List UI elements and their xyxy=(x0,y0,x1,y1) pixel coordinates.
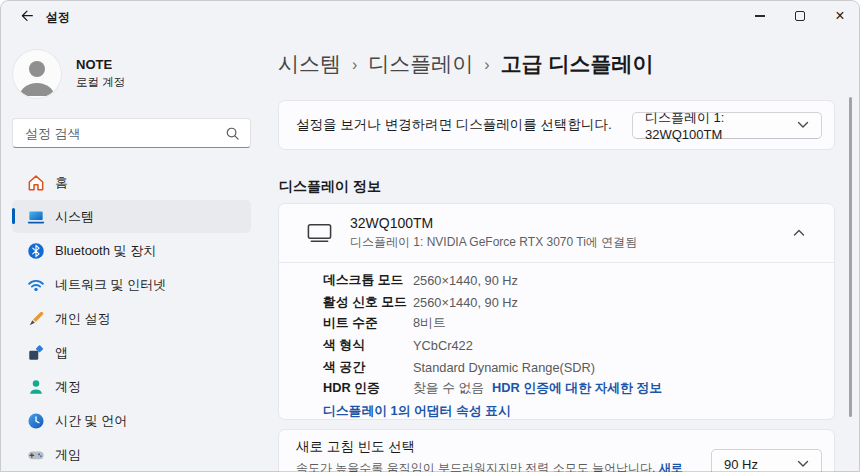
select-display-label: 설정을 보거나 변경하려면 디스플레이를 선택합니다. xyxy=(296,116,612,134)
search-box[interactable] xyxy=(12,118,251,148)
avatar xyxy=(13,50,61,98)
home-icon xyxy=(26,173,45,192)
close-icon: × xyxy=(835,8,844,24)
adapter-properties-link[interactable]: 디스플레이 1의 어댑터 속성 표시 xyxy=(323,403,511,420)
refresh-rate-value: 90 Hz xyxy=(724,457,758,472)
sidebar-item-label: 시스템 xyxy=(55,208,94,226)
display-name: 32WQ100TM xyxy=(350,215,637,231)
gamepad-icon xyxy=(26,445,45,464)
system-icon xyxy=(26,207,45,226)
sidebar: NOTE 로컬 계정 홈 xyxy=(0,32,260,472)
monitor-icon xyxy=(306,222,333,244)
wifi-icon xyxy=(26,275,45,294)
sidebar-item-system[interactable]: 시스템 xyxy=(12,200,251,233)
maximize-button[interactable] xyxy=(780,0,820,32)
breadcrumb-separator: › xyxy=(352,54,357,74)
hdr-certification-link[interactable]: HDR 인증에 대한 자세한 정보 xyxy=(492,380,662,397)
sidebar-item-label: 네트워크 및 인터넷 xyxy=(55,276,166,294)
display-info-card: 32WQ100TM 디스플레이 1: NVIDIA GeForce RTX 30… xyxy=(278,203,835,420)
display-info-section-title: 디스플레이 정보 xyxy=(279,178,381,196)
detail-row-bit-depth: 비트 수준 8비트 xyxy=(323,313,834,335)
sidebar-item-label: 개인 설정 xyxy=(55,310,111,328)
detail-row-active-signal-mode: 활성 신호 모드 2560×1440, 90 Hz xyxy=(323,292,834,314)
display-select-value: 디스플레이 1: 32WQ100TM xyxy=(645,109,797,142)
select-display-card: 설정을 보거나 변경하려면 디스플레이를 선택합니다. 디스플레이 1: 32W… xyxy=(278,100,835,150)
sidebar-item-apps[interactable]: 앱 xyxy=(12,336,251,369)
bluetooth-icon xyxy=(26,241,45,260)
sidebar-item-accounts[interactable]: 계정 xyxy=(12,370,251,403)
sidebar-item-network-internet[interactable]: 네트워크 및 인터넷 xyxy=(12,268,251,301)
back-arrow-icon xyxy=(19,8,35,24)
maximize-icon xyxy=(795,11,805,21)
sidebar-item-home[interactable]: 홈 xyxy=(12,166,251,199)
scrollbar[interactable] xyxy=(849,97,852,417)
breadcrumb: 시스템 › 디스플레이 › 고급 디스플레이 xyxy=(278,50,654,78)
main-content: 시스템 › 디스플레이 › 고급 디스플레이 설정을 보거나 변경하려면 디스플… xyxy=(278,32,835,472)
sidebar-item-label: 시간 및 언어 xyxy=(55,412,127,430)
sidebar-item-time-language[interactable]: 시간 및 언어 xyxy=(12,404,251,437)
collapse-button[interactable] xyxy=(784,218,814,248)
display-info-expander-header[interactable]: 32WQ100TM 디스플레이 1: NVIDIA GeForce RTX 30… xyxy=(279,204,834,262)
titlebar: 설정 × xyxy=(0,0,860,32)
user-name: NOTE xyxy=(76,57,125,72)
detail-row-color-space: 색 공간 Standard Dynamic Range(SDR) xyxy=(323,356,834,378)
sidebar-item-label: 게임 xyxy=(55,446,81,464)
search-icon xyxy=(225,126,240,141)
search-input[interactable] xyxy=(13,126,225,141)
sidebar-item-label: Bluetooth 및 장치 xyxy=(55,242,156,260)
clock-icon xyxy=(26,411,45,430)
detail-row-hdr-certification: HDR 인증 찾을 수 없음 HDR 인증에 대한 자세한 정보 xyxy=(323,378,834,400)
apps-icon xyxy=(26,343,45,362)
minimize-icon xyxy=(755,15,765,16)
page-title: 고급 디스플레이 xyxy=(501,50,654,78)
refresh-rate-description: 속도가 높을수록 움직임이 부드러워지지만 전력 소모도 늘어납니다. 새로 고… xyxy=(296,461,696,472)
user-account-type: 로컬 계정 xyxy=(76,75,125,90)
breadcrumb-separator: › xyxy=(484,54,489,74)
user-profile[interactable]: NOTE 로컬 계정 xyxy=(13,50,125,98)
chevron-down-icon xyxy=(797,460,809,468)
sidebar-item-personalization[interactable]: 개인 설정 xyxy=(12,302,251,335)
refresh-rate-card: 새로 고침 빈도 선택 속도가 높을수록 움직임이 부드러워지지만 전력 소모도… xyxy=(278,429,835,472)
sidebar-item-gaming[interactable]: 게임 xyxy=(12,438,251,471)
sidebar-item-label: 홈 xyxy=(55,174,68,192)
detail-row-desktop-mode: 데스크톱 모드 2560×1440, 90 Hz xyxy=(323,270,834,292)
account-person-icon xyxy=(26,377,45,396)
app-title: 설정 xyxy=(46,9,70,26)
sidebar-item-label: 계정 xyxy=(55,378,81,396)
paintbrush-icon xyxy=(26,309,45,328)
chevron-down-icon xyxy=(797,121,809,129)
display-connection: 디스플레이 1: NVIDIA GeForce RTX 3070 Ti에 연결됨 xyxy=(350,234,637,251)
display-details: 데스크톱 모드 2560×1440, 90 Hz 활성 신호 모드 2560×1… xyxy=(279,263,834,422)
minimize-button[interactable] xyxy=(740,0,780,32)
sidebar-nav: 홈 시스템 Bluetooth 및 장치 xyxy=(12,166,251,472)
settings-window: 설정 × NOTE 로컬 계정 xyxy=(0,0,860,472)
back-button[interactable] xyxy=(12,4,42,28)
sidebar-item-bluetooth-devices[interactable]: Bluetooth 및 장치 xyxy=(12,234,251,267)
sidebar-item-label: 앱 xyxy=(55,344,68,362)
breadcrumb-system[interactable]: 시스템 xyxy=(278,50,341,78)
display-select-dropdown[interactable]: 디스플레이 1: 32WQ100TM xyxy=(632,112,822,139)
detail-row-color-format: 색 형식 YCbCr422 xyxy=(323,335,834,357)
refresh-rate-dropdown[interactable]: 90 Hz xyxy=(711,449,822,472)
close-button[interactable]: × xyxy=(820,0,860,32)
breadcrumb-display[interactable]: 디스플레이 xyxy=(368,50,473,78)
chevron-up-icon xyxy=(793,229,805,237)
